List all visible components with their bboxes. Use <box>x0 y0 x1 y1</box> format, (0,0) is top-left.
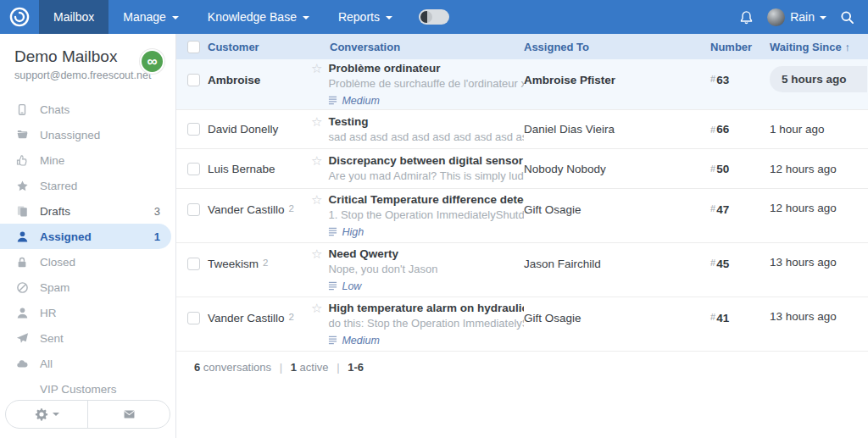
assignee-name: Jason Fairchild <box>524 258 601 270</box>
waiting-since: 12 hours ago <box>770 202 837 214</box>
conversation-subject: Testing <box>328 114 524 130</box>
assignee-name: Daniel Dias Vieira <box>524 123 615 136</box>
conversation-preview: Are you mad Admiral? This is simply ludi… <box>328 169 524 184</box>
chevron-down-icon <box>53 413 59 416</box>
nav-mailbox-label: Mailbox <box>53 10 94 24</box>
header-customer[interactable]: Customer <box>208 41 311 53</box>
sidebar-item-label: Mine <box>40 154 64 167</box>
nav-mailbox[interactable]: Mailbox <box>39 0 108 34</box>
conversation-preview: sad asd asd asd asd asd asd asd asd asd … <box>328 130 524 145</box>
priority-list-icon <box>328 281 337 291</box>
priority-list-icon <box>328 96 337 105</box>
conversation-number: #66 <box>710 110 770 148</box>
sidebar-item-assigned[interactable]: Assigned 1 <box>0 224 171 249</box>
conversation-preview: Problème de surchauffe de l'ordinateur x… <box>328 76 524 91</box>
conversation-row[interactable]: Tweekism2 ☆ Need Qwerty Nope, you don't … <box>176 243 868 297</box>
user-menu[interactable]: Rain <box>767 8 826 26</box>
dark-mode-toggle[interactable] <box>419 9 449 25</box>
conversation-number: #45 <box>710 243 770 297</box>
conversation-subject: High temperature alarm on hydraulic frac… <box>328 301 524 316</box>
table-header: Customer Conversation Assigned To Number… <box>176 34 868 59</box>
select-all-checkbox[interactable] <box>187 41 200 53</box>
user-name: Rain <box>790 10 815 24</box>
sort-asc-icon: ↑ <box>844 41 850 53</box>
sidebar-item-label: Starred <box>40 180 77 192</box>
notifications-bell-icon[interactable] <box>739 10 754 25</box>
conversation-number: #50 <box>710 149 770 188</box>
sidebar-item-label: Chats <box>40 103 70 116</box>
header-number[interactable]: Number <box>710 41 770 53</box>
active-count: 1 <box>291 361 297 374</box>
sidebar-item-closed[interactable]: Closed <box>0 249 175 274</box>
sidebar-item-sent[interactable]: Sent <box>0 325 175 351</box>
sidebar-item-vip-customers[interactable]: VIP Customers <box>0 376 175 402</box>
conversation-count: 6 <box>194 361 200 374</box>
row-checkbox[interactable] <box>187 312 200 324</box>
nav-manage-label: Manage <box>123 10 166 24</box>
sidebar-item-starred[interactable]: Starred <box>0 173 175 198</box>
compose-email-button[interactable] <box>87 401 170 428</box>
star-icon[interactable]: ☆ <box>311 61 322 108</box>
conversation-number: #63 <box>710 59 770 109</box>
row-checkbox[interactable] <box>187 163 200 175</box>
customer-name: Ambroise <box>208 74 260 86</box>
connection-status-badge[interactable]: ∞ <box>140 49 164 74</box>
search-icon[interactable] <box>840 10 854 25</box>
thread-count: 2 <box>263 258 268 268</box>
mailbox-settings-button[interactable] <box>6 401 87 428</box>
person-icon <box>15 306 29 319</box>
freescout-logo-icon[interactable] <box>0 0 39 34</box>
row-checkbox[interactable] <box>187 203 200 216</box>
star-icon[interactable]: ☆ <box>311 153 322 184</box>
sidebar-item-chats[interactable]: Chats <box>0 97 175 122</box>
header-conversation[interactable]: Conversation <box>311 41 400 53</box>
nav-manage[interactable]: Manage <box>108 0 193 34</box>
assigned-count: 1 <box>154 230 171 243</box>
row-checkbox[interactable] <box>187 74 200 86</box>
sidebar-item-label: Drafts <box>40 205 70 218</box>
conversation-row[interactable]: David Donelly ☆ Testing sad asd asd asd … <box>176 110 868 149</box>
header-assigned-to[interactable]: Assigned To <box>524 41 710 53</box>
sidebar-item-hr[interactable]: HR <box>0 300 175 325</box>
lock-icon <box>15 255 29 269</box>
assignee-name: Ambroise Pfister <box>524 74 615 86</box>
conversation-row[interactable]: Ambroise ☆ Problème ordinateur Problème … <box>176 59 868 110</box>
sidebar-item-label: VIP Customers <box>40 383 117 396</box>
conversation-row[interactable]: Vander Castillo2 ☆ High temperature alar… <box>176 297 868 352</box>
customer-name: Vander Castillo <box>208 312 285 324</box>
conversation-list: Customer Conversation Assigned To Number… <box>176 34 868 438</box>
priority-tag: Low <box>342 279 361 294</box>
chevron-down-icon <box>172 16 179 19</box>
mailbox-sidebar: Demo Mailbox support@demo.freescout.net … <box>0 34 176 438</box>
row-checkbox[interactable] <box>187 123 200 136</box>
nav-knowledge-base[interactable]: Knowledge Base <box>193 0 324 34</box>
customer-name: David Donelly <box>208 123 278 136</box>
sidebar-item-spam[interactable]: Spam <box>0 274 175 300</box>
row-checkbox[interactable] <box>187 258 200 270</box>
waiting-since: 12 hours ago <box>770 163 837 175</box>
conversation-subject: Discrepancy between digital sensor and a… <box>328 153 524 169</box>
conversation-preview: 1. Stop the Operation ImmediatelyShutdow… <box>328 208 524 223</box>
sidebar-item-label: Assigned <box>40 230 92 243</box>
assignee-name: Gift Osagie <box>524 312 581 324</box>
star-icon[interactable]: ☆ <box>311 301 322 348</box>
sidebar-item-all[interactable]: All <box>0 351 175 376</box>
ban-icon <box>15 280 29 294</box>
star-icon[interactable]: ☆ <box>311 114 322 145</box>
sidebar-item-unassigned[interactable]: Unassigned <box>0 122 175 147</box>
sidebar-item-label: Unassigned <box>40 129 100 141</box>
conversation-row[interactable]: Vander Castillo2 ☆ Critical Temperature … <box>176 189 868 243</box>
thread-count: 2 <box>289 312 294 322</box>
sidebar-item-drafts[interactable]: Drafts 3 <box>0 198 175 224</box>
star-icon[interactable]: ☆ <box>311 247 322 294</box>
sidebar-item-label: HR <box>40 307 57 319</box>
header-waiting-since[interactable]: Waiting Since ↑ <box>770 41 868 53</box>
nav-reports[interactable]: Reports <box>324 0 407 34</box>
conversation-row[interactable]: Luis Bernabe ☆ Discrepancy between digit… <box>176 149 868 189</box>
sidebar-item-mine[interactable]: Mine <box>0 147 175 173</box>
star-icon[interactable]: ☆ <box>311 192 322 240</box>
folder-icon <box>15 128 29 141</box>
star-icon <box>15 179 29 192</box>
gear-icon <box>35 408 48 421</box>
chevron-down-icon <box>386 16 392 19</box>
